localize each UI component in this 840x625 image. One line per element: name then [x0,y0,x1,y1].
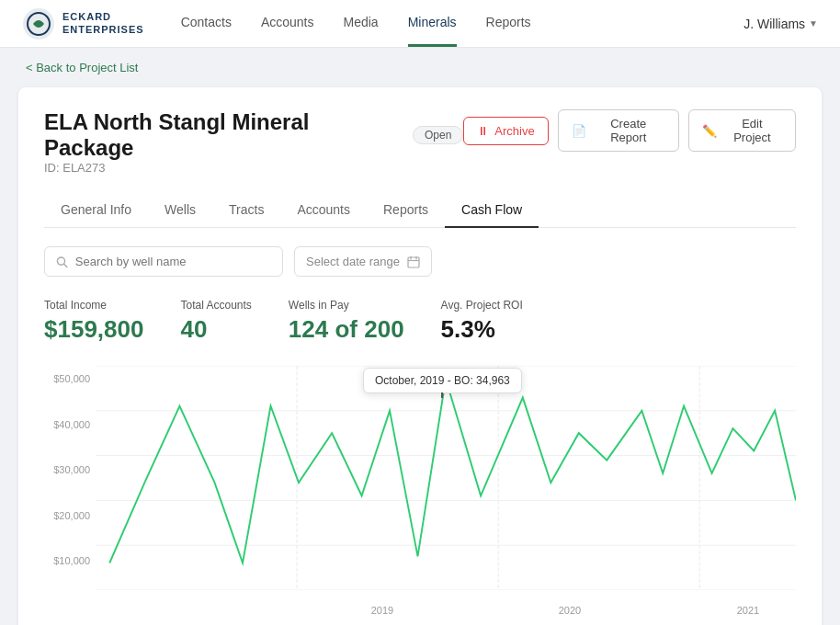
x-label-2020: 2020 [559,605,581,623]
stat-total-accounts-value: 40 [180,315,251,344]
chart-svg [96,366,796,590]
x-label-2019: 2019 [371,605,393,623]
chart-line [109,379,796,562]
calendar-icon [407,256,420,268]
tab-tracts[interactable]: Tracts [212,193,280,228]
project-info: ELA North Stangl Mineral Package Open ID… [44,109,463,189]
x-label-2021: 2021 [737,605,759,623]
search-box [44,246,283,277]
logo-name-line1: ECKARD [62,11,144,23]
chart-highlighted-dot [440,373,450,384]
back-link[interactable]: < Back to Project List [0,48,164,87]
y-label-10k: $10,000 [44,555,90,566]
create-report-button[interactable]: 📄 Create Report [558,109,679,152]
navbar: ECKARD ENTERPRISES Contacts Accounts Med… [0,0,840,48]
edit-project-button[interactable]: ✏️ Edit Project [688,109,796,152]
tab-accounts[interactable]: Accounts [280,193,367,228]
y-axis-labels: $50,000 $40,000 $30,000 $20,000 $10,000 [44,366,90,623]
pencil-icon: ✏️ [702,124,717,138]
status-badge: Open [413,126,463,144]
filters: Select date range [44,246,796,277]
nav-accounts[interactable]: Accounts [261,0,314,47]
date-range-picker[interactable]: Select date range [294,246,432,277]
nav-minerals[interactable]: Minerals [408,0,457,47]
date-placeholder: Select date range [306,255,400,268]
stat-total-income-label: Total Income [44,299,143,312]
stat-wells-in-pay-value: 124 of 200 [289,315,404,344]
x-labels: 2019 2020 2021 [96,605,796,623]
stat-total-accounts: Total Accounts 40 [180,299,251,344]
nav-reports[interactable]: Reports [486,0,531,47]
project-id: ID: ELA273 [44,161,463,175]
logo: ECKARD ENTERPRISES [22,7,144,40]
tab-cash-flow[interactable]: Cash Flow [445,193,539,228]
logo-name-line2: ENTERPRISES [62,24,144,36]
tabs: General Info Wells Tracts Accounts Repor… [44,193,796,228]
search-icon [56,256,68,268]
logo-icon [22,7,55,40]
chart-inner: October, 2019 - BO: 34,963 [96,366,796,590]
nav-links: Contacts Accounts Media Minerals Reports [181,0,744,47]
tab-reports[interactable]: Reports [367,193,445,228]
stat-wells-in-pay-label: Wells in Pay [289,299,404,312]
chart-container: $50,000 $40,000 $30,000 $20,000 $10,000 [44,366,796,623]
stats-row: Total Income $159,800 Total Accounts 40 … [44,299,796,344]
user-menu[interactable]: J. Williams ▼ [744,17,818,31]
chevron-down-icon: ▼ [809,18,818,28]
nav-contacts[interactable]: Contacts [181,0,232,47]
project-title-row: ELA North Stangl Mineral Package Open [44,109,463,161]
card-header: ELA North Stangl Mineral Package Open ID… [44,109,796,189]
project-title: ELA North Stangl Mineral Package [44,109,402,161]
svg-line-3 [64,264,67,267]
stat-total-income: Total Income $159,800 [44,299,143,344]
tab-wells[interactable]: Wells [148,193,212,228]
document-icon: 📄 [572,124,586,138]
y-label-50k: $50,000 [44,373,90,384]
search-input[interactable] [75,255,271,268]
y-label-30k: $30,000 [44,464,90,475]
stat-avg-roi-value: 5.3% [441,315,523,344]
tab-general-info[interactable]: General Info [44,193,148,228]
stat-total-income-value: $159,800 [44,315,143,344]
y-label-20k: $20,000 [44,510,90,521]
y-label-40k: $40,000 [44,419,90,430]
stat-avg-roi-label: Avg. Project ROI [441,299,523,312]
stat-avg-roi: Avg. Project ROI 5.3% [441,299,523,344]
pause-icon: ⏸ [477,124,489,138]
nav-media[interactable]: Media [343,0,378,47]
header-actions: ⏸ Archive 📄 Create Report ✏️ Edit Projec… [463,109,796,152]
svg-rect-4 [408,257,419,267]
stat-total-accounts-label: Total Accounts [180,299,251,312]
main-card: ELA North Stangl Mineral Package Open ID… [18,87,822,625]
stat-wells-in-pay: Wells in Pay 124 of 200 [289,299,404,344]
user-name: J. Williams [744,17,805,31]
archive-button[interactable]: ⏸ Archive [463,117,548,145]
